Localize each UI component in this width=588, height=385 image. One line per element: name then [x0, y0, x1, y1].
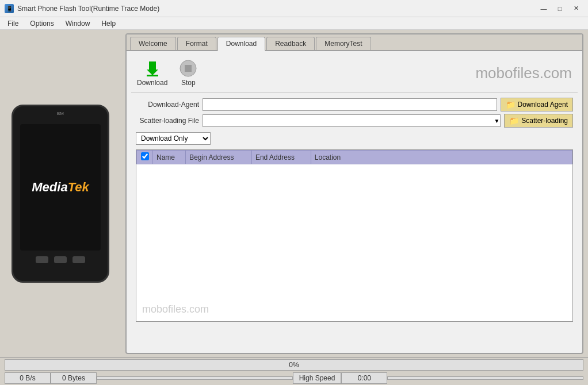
scatter-label: Scatter-loading File [136, 117, 199, 125]
file-table: Name Begin Address End Address Location [136, 150, 572, 164]
tab-memorytest[interactable]: MemoryTest [316, 37, 371, 50]
phone-top-indicator: BM [57, 111, 64, 116]
form-section: Download-Agent 📁 Download Agent Scatter-… [131, 95, 578, 130]
brand-watermark: mobofiles.com [475, 64, 572, 82]
menu-bar: File Options Window Help [0, 17, 588, 30]
download-agent-btn-label: Download Agent [518, 101, 568, 109]
svg-rect-1 [149, 61, 156, 70]
tab-container: Welcome Format Download Readback MemoryT… [125, 33, 583, 354]
stop-label: Stop [181, 79, 196, 87]
status-mode: High Speed [293, 372, 342, 384]
status-bar: 0% 0 B/s 0 Bytes High Speed 0:00 [0, 357, 588, 385]
table-header-row: Name Begin Address End Address Location [137, 151, 572, 164]
col-begin-address: Begin Address [186, 151, 252, 164]
col-location: Location [311, 151, 572, 164]
minimize-button[interactable]: — [536, 3, 551, 14]
phone-screen: MediaTek [20, 124, 101, 251]
menu-window[interactable]: Window [60, 18, 96, 29]
agent-row: Download-Agent 📁 Download Agent [136, 98, 573, 111]
table-watermark: mobofiles.com [142, 303, 209, 315]
toolbar: Download Stop mobofiles.com [131, 56, 578, 90]
phone-btn-right [72, 256, 85, 263]
status-bytes: 0 Bytes [51, 372, 97, 384]
tab-download[interactable]: Download [217, 37, 265, 51]
status-speed: 0 B/s [5, 372, 51, 384]
stop-icon [179, 59, 197, 78]
agent-input[interactable] [203, 98, 497, 111]
tab-readback[interactable]: Readback [266, 37, 315, 50]
download-mode-row: Download Only Firmware Upgrade Format Al… [131, 130, 578, 147]
status-extra [387, 376, 583, 380]
scatter-row: Scatter-loading File ▼ 📁 Scatter-loading [136, 114, 573, 128]
mediatek-logo: MediaTek [32, 180, 89, 195]
content-panel: Welcome Format Download Readback MemoryT… [121, 30, 588, 357]
tabs-row: Welcome Format Download Readback MemoryT… [127, 34, 582, 51]
folder-icon-scatter: 📁 [509, 116, 519, 125]
stop-button[interactable]: Stop [179, 59, 197, 87]
menu-file[interactable]: File [2, 18, 24, 29]
download-label: Download [137, 79, 167, 87]
folder-icon-agent: 📁 [506, 100, 516, 109]
title-bar: 📱 Smart Phone Flash Tool(Runtime Trace M… [0, 0, 588, 17]
status-time: 0:00 [341, 372, 387, 384]
menu-help[interactable]: Help [96, 18, 121, 29]
close-button[interactable]: ✕ [568, 3, 583, 14]
phone-btn-center [54, 256, 67, 263]
download-button[interactable]: Download [137, 59, 167, 87]
svg-rect-5 [185, 65, 192, 72]
phone-nav-buttons [36, 256, 85, 263]
agent-label: Download-Agent [136, 101, 199, 109]
progress-bar-row: 0% [5, 359, 583, 371]
col-end-address: End Address [251, 151, 311, 164]
tab-welcome[interactable]: Welcome [130, 37, 176, 50]
tab-format[interactable]: Format [177, 37, 216, 50]
window-controls: — □ ✕ [536, 3, 583, 14]
maximize-button[interactable]: □ [552, 3, 567, 14]
header-checkbox[interactable] [141, 152, 149, 160]
download-mode-select[interactable]: Download Only Firmware Upgrade Format Al… [136, 132, 211, 145]
phone-device: BM MediaTek [12, 105, 109, 283]
tab-download-content: Download Stop mobofiles.com [127, 51, 582, 326]
download-icon [143, 59, 162, 78]
progress-text: 0% [289, 361, 299, 369]
col-checkbox [137, 151, 153, 164]
status-info-row: 0 B/s 0 Bytes High Speed 0:00 [0, 372, 588, 384]
phone-btn-left [36, 256, 48, 263]
app-title: Smart Phone Flash Tool(Runtime Trace Mod… [17, 5, 159, 13]
main-layout: BM MediaTek Welcome Format Download Read… [0, 30, 588, 357]
scatter-loading-btn-label: Scatter-loading [521, 117, 568, 125]
phone-panel: BM MediaTek [0, 30, 121, 357]
divider-1 [131, 93, 578, 93]
file-table-wrapper: Name Begin Address End Address Location … [136, 149, 573, 322]
svg-rect-3 [147, 75, 158, 76]
download-agent-button[interactable]: 📁 Download Agent [501, 98, 573, 111]
svg-marker-2 [147, 70, 158, 75]
app-icon: 📱 [5, 4, 14, 13]
menu-options[interactable]: Options [25, 18, 59, 29]
scatter-input[interactable] [203, 114, 501, 127]
scatter-loading-button[interactable]: 📁 Scatter-loading [504, 114, 573, 128]
scatter-select-wrapper: ▼ [203, 114, 501, 127]
col-name: Name [153, 151, 186, 164]
status-connection [97, 376, 293, 380]
